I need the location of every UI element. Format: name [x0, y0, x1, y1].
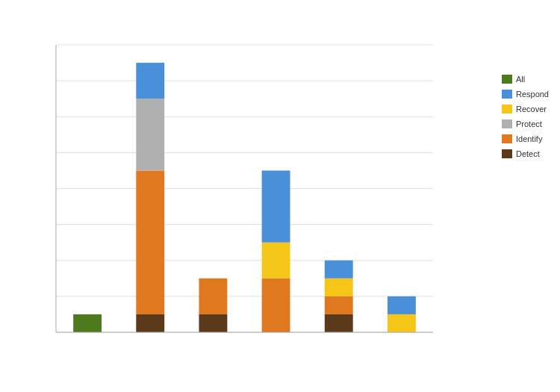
svg-rect-33 [325, 296, 353, 314]
legend-color-box [502, 105, 512, 113]
legend: AllRespondRecoverProtectIdentifyDetect [502, 75, 549, 158]
legend-item: Recover [502, 105, 549, 113]
svg-rect-20 [136, 314, 164, 332]
legend-color-box [502, 90, 512, 99]
svg-rect-26 [199, 279, 227, 314]
svg-rect-22 [136, 99, 164, 170]
svg-rect-38 [388, 296, 416, 314]
legend-color-box [502, 149, 512, 158]
svg-rect-28 [262, 279, 290, 332]
legend-item: Respond [502, 90, 549, 99]
legend-label: Recover [516, 105, 547, 113]
legend-label: Identify [516, 134, 542, 143]
legend-label: All [516, 75, 525, 84]
svg-rect-25 [199, 314, 227, 332]
legend-color-box [502, 119, 512, 128]
svg-rect-23 [136, 63, 164, 99]
legend-item: Protect [502, 119, 549, 128]
legend-color-box [502, 75, 512, 84]
svg-rect-30 [262, 170, 290, 242]
svg-rect-18 [73, 314, 102, 332]
legend-label: Detect [516, 149, 540, 158]
legend-label: Respond [516, 90, 549, 99]
svg-rect-34 [325, 279, 353, 296]
legend-label: Protect [516, 119, 542, 128]
legend-item: All [502, 75, 549, 84]
legend-item: Identify [502, 134, 549, 143]
svg-rect-32 [325, 314, 353, 332]
svg-rect-29 [262, 243, 290, 279]
chart-svg: 0246810121416AllPrepareIdentifyAnalyseCo… [52, 41, 441, 336]
legend-color-box [502, 134, 512, 143]
svg-rect-37 [388, 314, 416, 332]
svg-rect-21 [136, 170, 164, 314]
svg-rect-35 [325, 261, 353, 279]
legend-item: Detect [502, 149, 549, 158]
chart-container: 0246810121416AllPrepareIdentifyAnalyseCo… [0, 0, 560, 392]
plot-area: 0246810121416AllPrepareIdentifyAnalyseCo… [52, 41, 441, 336]
